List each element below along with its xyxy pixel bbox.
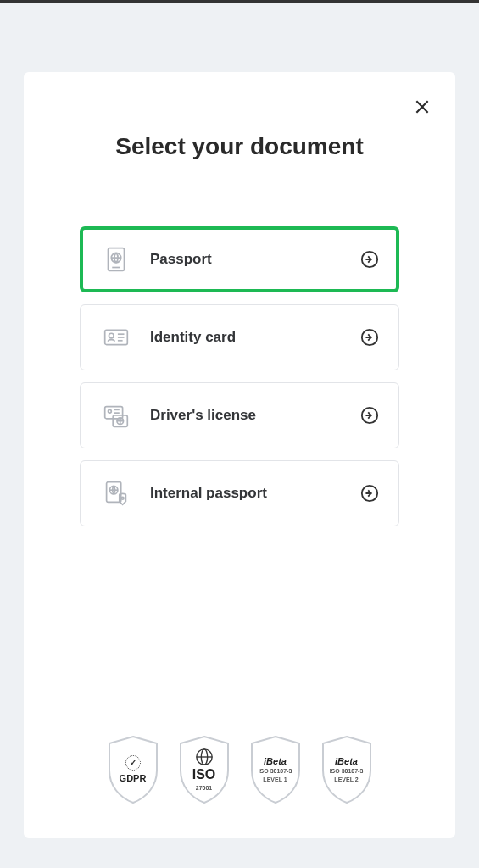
option-drivers-license[interactable]: Driver's license xyxy=(80,382,399,448)
svg-point-14 xyxy=(109,409,112,413)
option-passport[interactable]: Passport xyxy=(80,226,399,292)
badge-sublabel: 27001 xyxy=(196,785,212,792)
option-internal-passport[interactable]: Internal passport xyxy=(80,460,399,526)
badge-sublabel: LEVEL 1 xyxy=(263,776,287,783)
badge-iso: ISO 27001 xyxy=(174,733,235,806)
passport-icon xyxy=(99,242,133,276)
badge-gdpr: GDPR xyxy=(103,733,164,806)
option-label: Internal passport xyxy=(150,485,343,502)
document-options: Passport Identity card xyxy=(49,226,430,526)
badge-label: ISO xyxy=(192,767,216,782)
option-label: Identity card xyxy=(150,329,343,346)
option-label: Driver's license xyxy=(150,407,343,424)
gdpr-check-icon xyxy=(125,755,141,771)
compliance-badges: GDPR ISO 27001 iBeta ISO 30107-3 LEVEL 1 xyxy=(49,733,430,815)
svg-point-8 xyxy=(109,333,114,338)
document-select-modal: Select your document Passport xyxy=(24,72,455,838)
modal-title: Select your document xyxy=(49,133,430,160)
globe-icon xyxy=(195,748,214,766)
badge-sublabel: LEVEL 2 xyxy=(334,776,358,783)
arrow-right-icon xyxy=(359,405,380,426)
close-icon xyxy=(414,98,431,115)
identity-card-icon xyxy=(99,320,133,354)
arrow-right-icon xyxy=(359,483,380,504)
option-label: Passport xyxy=(150,251,343,268)
badge-ibeta-2: iBeta ISO 30107-3 LEVEL 2 xyxy=(316,733,377,806)
badge-sublabel: ISO 30107-3 xyxy=(259,768,292,775)
close-button[interactable] xyxy=(411,96,433,118)
badge-label: GDPR xyxy=(120,773,147,784)
svg-rect-13 xyxy=(105,407,123,419)
drivers-license-icon xyxy=(99,398,133,432)
option-identity-card[interactable]: Identity card xyxy=(80,304,399,370)
badge-sublabel: ISO 30107-3 xyxy=(330,768,364,775)
arrow-right-icon xyxy=(359,249,380,270)
internal-passport-icon xyxy=(99,476,133,510)
badge-label: iBeta xyxy=(335,756,358,767)
arrow-right-icon xyxy=(359,327,380,348)
badge-ibeta-1: iBeta ISO 30107-3 LEVEL 1 xyxy=(245,733,306,806)
svg-point-25 xyxy=(121,497,124,499)
badge-label: iBeta xyxy=(264,756,287,767)
